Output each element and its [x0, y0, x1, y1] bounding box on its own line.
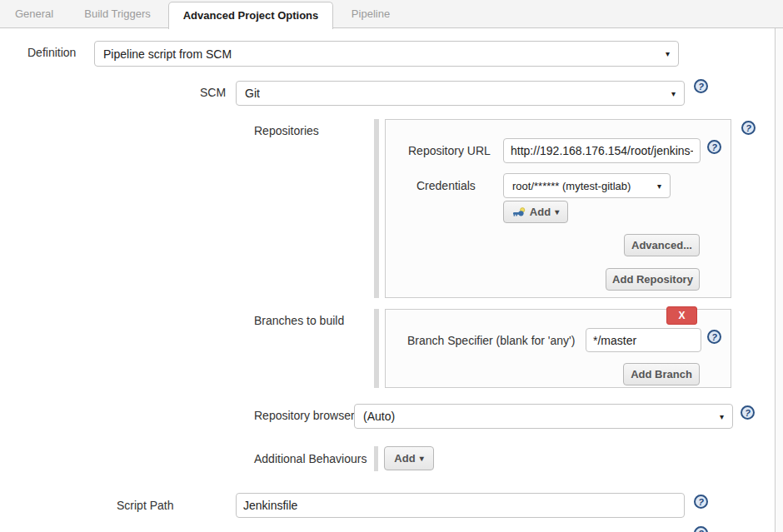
- definition-label: Definition: [27, 46, 76, 59]
- config-tab-bar: General Build Triggers Advanced Project …: [0, 0, 783, 28]
- script-path-help-icon[interactable]: ?: [694, 495, 708, 509]
- help-icon-partial[interactable]: ?: [694, 526, 708, 532]
- chevron-down-icon: ▾: [661, 49, 670, 58]
- branch-specifier-input[interactable]: [586, 328, 701, 352]
- repositories-section-label: Repositories: [254, 124, 319, 137]
- add-behaviour-button-label: Add: [394, 452, 415, 465]
- additional-behaviours-label: Additional Behaviours: [254, 452, 367, 465]
- add-credentials-button[interactable]: Add ▾: [503, 201, 568, 223]
- credentials-select-value: root/****** (mytest-gitlab): [512, 180, 631, 192]
- chevron-down-icon: ▾: [555, 207, 559, 216]
- content-right-edge: [775, 28, 783, 532]
- add-branch-button[interactable]: Add Branch: [623, 363, 700, 385]
- definition-select-value: Pipeline script from SCM: [103, 47, 232, 61]
- scm-help-icon[interactable]: ?: [694, 79, 708, 93]
- repeatable-chunk-handle: [374, 446, 378, 471]
- advanced-button[interactable]: Advanced...: [624, 234, 700, 256]
- repositories-help-icon[interactable]: ?: [741, 121, 756, 135]
- key-icon: [512, 207, 526, 217]
- credentials-label: Credentials: [416, 179, 476, 192]
- repository-browser-label: Repository browser: [254, 409, 355, 422]
- chevron-down-icon: ▾: [715, 412, 724, 421]
- tab-pipeline[interactable]: Pipeline: [342, 0, 400, 27]
- repository-browser-select-value: (Auto): [363, 410, 395, 423]
- credentials-select[interactable]: root/****** (mytest-gitlab) ▾: [503, 173, 671, 198]
- jenkins-project-config-page: General Build Triggers Advanced Project …: [0, 0, 783, 532]
- scm-label: SCM: [200, 86, 226, 99]
- branches-section-label: Branches to build: [254, 314, 344, 327]
- script-path-input[interactable]: [236, 493, 685, 518]
- repeatable-chunk-handle: [374, 119, 379, 298]
- repository-url-help-icon[interactable]: ?: [707, 140, 721, 154]
- delete-branch-button[interactable]: X: [666, 306, 697, 325]
- add-credentials-button-label: Add: [530, 206, 551, 218]
- add-repository-button[interactable]: Add Repository: [606, 268, 700, 291]
- repository-browser-select[interactable]: (Auto) ▾: [354, 404, 733, 429]
- chevron-down-icon: ▾: [666, 89, 676, 98]
- chevron-down-icon: ▾: [652, 181, 661, 191]
- repeatable-chunk-handle: [374, 309, 379, 388]
- repository-browser-help-icon[interactable]: ?: [741, 405, 755, 420]
- tab-build-triggers[interactable]: Build Triggers: [72, 0, 163, 27]
- branch-specifier-label: Branch Specifier (blank for 'any'): [407, 334, 575, 347]
- repository-url-input[interactable]: [503, 138, 701, 163]
- add-behaviour-button[interactable]: Add ▾: [384, 446, 434, 470]
- tab-advanced-project-options[interactable]: Advanced Project Options: [168, 2, 333, 29]
- scm-select[interactable]: Git ▾: [236, 81, 685, 106]
- definition-select[interactable]: Pipeline script from SCM ▾: [94, 41, 679, 67]
- script-path-label: Script Path: [117, 499, 173, 512]
- scm-select-value: Git: [245, 87, 260, 100]
- chevron-down-icon: ▾: [420, 454, 424, 463]
- repository-url-label: Repository URL: [408, 144, 491, 157]
- branch-specifier-help-icon[interactable]: ?: [707, 330, 721, 344]
- tab-general[interactable]: General: [7, 0, 62, 27]
